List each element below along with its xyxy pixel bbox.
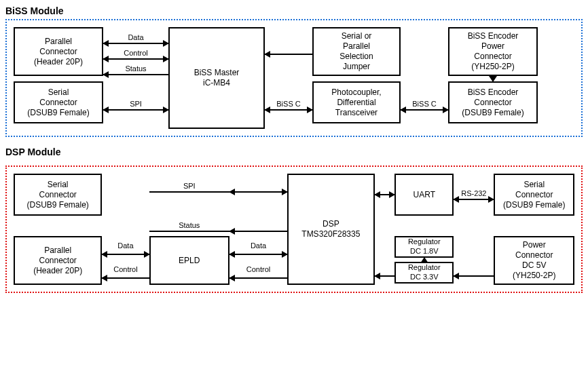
arrow-label: Control [113,266,137,273]
biss-serial-connector: Serial Connector (DSUB9 Female) [14,81,103,123]
dsp-reg18: Regulator DC 1.8V [394,236,454,258]
arrow-label: BiSS C [412,100,436,108]
dsp-module-box: Serial Connector (DSUB9 Female) Parallel… [5,165,583,293]
arrow-label: SPI [130,100,142,108]
arrow-status-seg [149,231,230,232]
biss-module-title: BiSS Module [5,5,583,16]
arrow-spi [103,109,168,111]
biss-master: BiSS Master iC-MB4 [168,27,265,129]
dsp-uart: UART [394,174,454,216]
dsp-serial-left: Serial Connector (DSUB9 Female) [14,174,102,216]
arrow-label: Status [179,222,200,229]
biss-enc-power: BiSS Encoder Power Connector (YH250-2P) [448,27,538,76]
arrow-label: Data [128,34,143,41]
dsp-parallel-conn: Parallel Connector (Header 20P) [14,236,102,285]
arrow-data-2 [229,254,287,255]
arrow-data [103,43,168,44]
arrow-rs232 [454,199,494,200]
biss-enc-conn: BiSS Encoder Connector (DSUB9 Female) [448,81,538,123]
arrow-jumper [265,54,312,55]
arrow-label: SPI [183,182,196,190]
dsp-power: Power Connector DC 5V (YH250-2P) [494,236,574,285]
arrow-enc-power-down [492,76,494,81]
dsp-reg33: Regulator DC 3.3V [394,262,454,284]
arrow-bissc-2 [401,109,448,111]
arrow-label: Control [246,266,270,273]
arrow-status [229,231,287,232]
biss-parallel-connector: Parallel Connector (Header 20P) [14,27,103,76]
biss-jumper: Serial or Parallel Selection Jumper [312,27,401,76]
arrow-label: Data [117,242,133,250]
biss-module-box: Parallel Connector (Header 20P) Serial C… [5,19,583,137]
arrow-data-1 [102,254,149,255]
arrow-reg-dsp [375,275,395,277]
arrow-reg33-18 [424,258,425,262]
arrow-label: Status [125,65,146,73]
arrow-bissc-1 [265,109,312,111]
arrow-label: BiSS C [276,100,300,108]
arrow-label: RS-232 [461,190,486,197]
dsp-serial-right: Serial Connector (DSUB9 Female) [494,174,574,216]
arrow-control-2 [229,277,287,279]
biss-photo: Photocoupler, Differential Transceiver [312,81,401,123]
dsp-epld: EPLD [149,236,230,285]
dsp-block: DSP TMS320F28335 [287,174,375,285]
arrow-status [103,74,168,75]
arrow-label: Control [124,50,147,57]
arrow-power-reg [454,275,494,277]
arrow-control [103,58,168,60]
arrow-label: Data [251,242,266,250]
dsp-module-title: DSP Module [5,147,583,157]
arrow-control-1 [102,277,149,279]
arrow-spi [229,191,287,193]
arrow-dsp-uart [375,194,395,195]
